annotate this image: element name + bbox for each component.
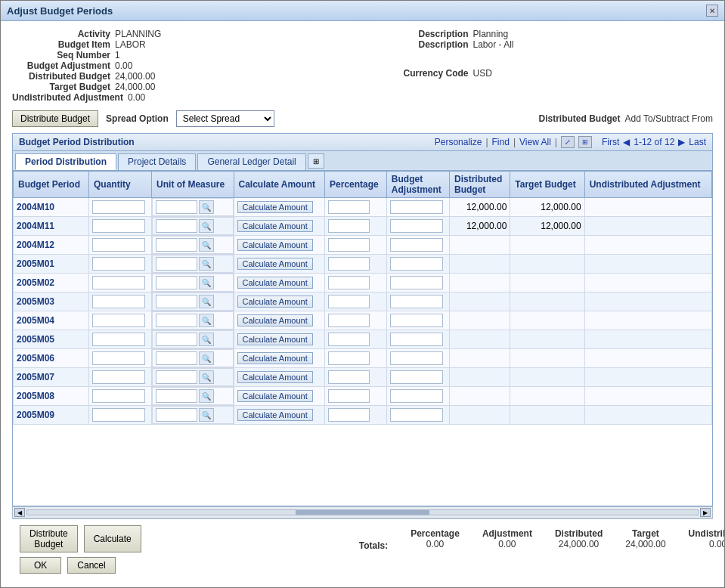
calculate-amount-button[interactable]: Calculate Amount (237, 201, 313, 213)
budget-adjustment-input[interactable] (390, 370, 443, 384)
uom-search-icon[interactable]: 🔍 (199, 333, 214, 346)
calculate-amount-button[interactable]: Calculate Amount (237, 277, 313, 289)
uom-input[interactable] (156, 219, 197, 233)
calculate-amount-button[interactable]: Calculate Amount (237, 352, 313, 364)
close-button[interactable]: ✕ (706, 5, 718, 17)
quantity-input[interactable] (92, 333, 145, 346)
uom-input[interactable] (156, 295, 197, 308)
budget-adjustment-input[interactable] (390, 295, 443, 308)
percentage-input[interactable] (328, 370, 370, 384)
uom-input[interactable] (156, 351, 197, 365)
scroll-track[interactable] (26, 509, 699, 515)
tab-more-icon[interactable]: ⊞ (308, 153, 324, 169)
cell-distributed-budget (449, 406, 510, 425)
percentage-input[interactable] (328, 351, 370, 365)
uom-search-icon[interactable]: 🔍 (199, 295, 214, 308)
calculate-amount-button[interactable]: Calculate Amount (237, 239, 313, 251)
percentage-input[interactable] (328, 314, 370, 327)
budget-adjustment-input[interactable] (390, 408, 443, 422)
percentage-input[interactable] (328, 276, 370, 289)
quantity-input[interactable] (92, 257, 145, 271)
budget-adjustment-input[interactable] (390, 238, 443, 252)
uom-input[interactable] (156, 314, 197, 327)
uom-search-icon[interactable]: 🔍 (199, 200, 214, 214)
uom-input[interactable] (156, 276, 197, 289)
view-all-link[interactable]: View All (519, 137, 551, 147)
ok-button[interactable]: OK (20, 557, 61, 574)
percentage-input[interactable] (328, 200, 370, 214)
calculate-button[interactable]: Calculate (84, 525, 141, 552)
quantity-input[interactable] (92, 351, 145, 365)
tab-project-details[interactable]: Project Details (118, 153, 196, 170)
expand-icon[interactable]: ⤢ (561, 136, 575, 148)
uom-search-icon[interactable]: 🔍 (199, 370, 214, 384)
calculate-amount-button[interactable]: Calculate Amount (237, 258, 313, 270)
calculate-amount-button[interactable]: Calculate Amount (237, 371, 313, 383)
uom-search-icon[interactable]: 🔍 (199, 257, 214, 271)
budget-adjustment-input[interactable] (390, 276, 443, 289)
uom-input[interactable] (156, 408, 197, 422)
horizontal-scrollbar[interactable]: ◀ ▶ (12, 506, 713, 518)
quantity-input[interactable] (92, 200, 145, 214)
uom-search-icon[interactable]: 🔍 (199, 408, 214, 422)
quantity-input[interactable] (92, 389, 145, 403)
calculate-amount-button[interactable]: Calculate Amount (237, 409, 313, 421)
calculate-amount-button[interactable]: Calculate Amount (237, 333, 313, 345)
grid-icon[interactable]: ⊞ (578, 136, 592, 148)
budget-adjustment-input[interactable] (390, 389, 443, 403)
quantity-input[interactable] (92, 408, 145, 422)
uom-search-icon[interactable]: 🔍 (199, 276, 214, 289)
percentage-input[interactable] (328, 219, 370, 233)
uom-search-icon[interactable]: 🔍 (199, 238, 214, 252)
calculate-amount-button[interactable]: Calculate Amount (237, 296, 313, 308)
quantity-input[interactable] (92, 295, 145, 308)
calculate-amount-button[interactable]: Calculate Amount (237, 314, 313, 326)
uom-search-icon[interactable]: 🔍 (199, 219, 214, 233)
scroll-right-button[interactable]: ▶ (700, 508, 711, 517)
tab-general-ledger[interactable]: General Ledger Detail (197, 153, 305, 170)
footer-distribute-button[interactable]: Distribute Budget (20, 525, 78, 552)
quantity-input[interactable] (92, 238, 145, 252)
last-link[interactable]: Last (689, 137, 706, 147)
quantity-input[interactable] (92, 314, 145, 327)
cancel-button[interactable]: Cancel (67, 557, 115, 574)
calculate-amount-button[interactable]: Calculate Amount (237, 220, 313, 232)
budget-adjustment-input[interactable] (390, 200, 443, 214)
uom-input[interactable] (156, 370, 197, 384)
uom-input[interactable] (156, 200, 197, 214)
percentage-input[interactable] (328, 333, 370, 346)
personalize-link[interactable]: Personalize (435, 137, 482, 147)
budget-adjustment-input[interactable] (390, 257, 443, 271)
uom-input[interactable] (156, 238, 197, 252)
next-icon[interactable]: ▶ (678, 137, 685, 147)
find-link[interactable]: Find (492, 137, 510, 147)
percentage-input[interactable] (328, 408, 370, 422)
first-link[interactable]: First (602, 137, 619, 147)
tab-period-distribution[interactable]: Period Distribution (15, 153, 116, 170)
uom-input[interactable] (156, 389, 197, 403)
percentage-input[interactable] (328, 257, 370, 271)
percentage-input[interactable] (328, 389, 370, 403)
quantity-input[interactable] (92, 219, 145, 233)
uom-input[interactable] (156, 257, 197, 271)
budget-adjustment-input[interactable] (390, 314, 443, 327)
uom-search-icon[interactable]: 🔍 (199, 314, 214, 327)
quantity-input[interactable] (92, 370, 145, 384)
uom-search-icon[interactable]: 🔍 (199, 351, 214, 365)
spread-option-select[interactable]: Select Spread (176, 110, 274, 127)
cell-distributed-budget: 12,000.00 (449, 217, 510, 236)
budget-adjustment-input[interactable] (390, 219, 443, 233)
uom-input[interactable] (156, 333, 197, 346)
uom-search-icon[interactable]: 🔍 (199, 389, 214, 403)
distribute-budget-button[interactable]: Distribute Budget (12, 110, 98, 127)
percentage-input[interactable] (328, 238, 370, 252)
scroll-left-button[interactable]: ◀ (14, 508, 25, 517)
budget-adjustment-input[interactable] (390, 333, 443, 346)
prev-icon[interactable]: ◀ (623, 137, 630, 147)
budget-adjustment-input[interactable] (390, 351, 443, 365)
percentage-input[interactable] (328, 295, 370, 308)
quantity-input[interactable] (92, 276, 145, 289)
cell-period: 2005M08 (14, 387, 89, 406)
cell-undistributed (584, 255, 711, 274)
calculate-amount-button[interactable]: Calculate Amount (237, 390, 313, 402)
